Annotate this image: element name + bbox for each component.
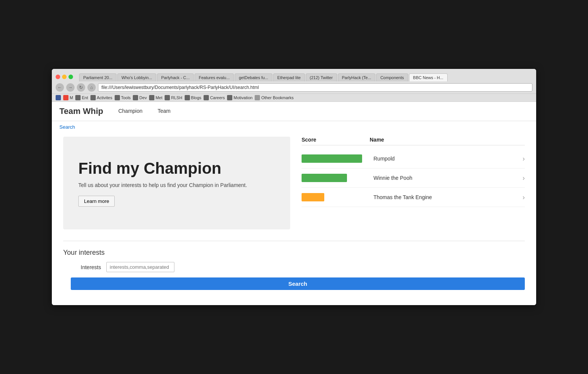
score-bar-container [302, 174, 370, 182]
bookmark-item[interactable]: Motivation [227, 95, 252, 100]
browser-tab[interactable]: Who's Lobbyin... [117, 73, 156, 81]
address-bar-row: ← → ↻ ⌂ file:///Users/lewiswestbury/Docu… [52, 81, 536, 94]
browser-tab[interactable]: Components [376, 73, 408, 81]
home-button[interactable]: ⌂ [87, 83, 96, 92]
bookmark-label: Met [156, 95, 162, 100]
tab-champion[interactable]: Champion [111, 103, 150, 120]
main-content: Find my Champion Tell us about your inte… [52, 133, 536, 305]
browser-tab[interactable]: ParlyHack (Te... [338, 73, 376, 81]
bookmark-item[interactable]: Other Bookmarks [255, 95, 294, 100]
bookmark-label: Other Bookmarks [261, 95, 294, 100]
bookmark-label: M [70, 95, 73, 100]
bookmark-label: Blogs [191, 95, 202, 100]
browser-window: Parliament 20... Who's Lobbyin... Parlyh… [52, 69, 536, 305]
bookmark-label: Ent [82, 95, 88, 100]
forward-button[interactable]: → [66, 83, 75, 92]
close-icon[interactable] [56, 75, 60, 79]
bookmark-label: Careers [210, 95, 225, 100]
browser-tab[interactable]: Features evalu... [194, 73, 234, 81]
interests-form-row: Interests [71, 262, 525, 272]
browser-tab[interactable]: Parlyhack - C... [157, 73, 194, 81]
app-content: Team Whip Champion Team Search Find my C… [52, 102, 536, 305]
address-input[interactable]: file:///Users/lewiswestbury/Documents/pa… [98, 83, 532, 92]
score-bar [302, 193, 324, 201]
bookmark-label: RLSH [171, 95, 182, 100]
interests-input[interactable] [106, 262, 174, 272]
bookmark-item[interactable]: Activites [90, 95, 112, 100]
back-button[interactable]: ← [56, 83, 64, 92]
score-column-header: Score [302, 137, 370, 143]
result-row[interactable]: Rumpold › [302, 149, 525, 168]
search-link[interactable]: Search [52, 121, 536, 133]
tabs-bar: Parliament 20... Who's Lobbyin... Parlyh… [75, 72, 451, 81]
name-column-header: Name [370, 137, 525, 143]
bookmark-item[interactable]: Careers [204, 95, 225, 100]
chevron-right-icon: › [523, 155, 525, 163]
interests-title: Your interests [63, 249, 525, 257]
browser-tab[interactable]: getDebates fu... [235, 73, 272, 81]
interests-section: Your interests Interests Search [63, 241, 525, 290]
browser-tab[interactable]: (212) Twitter [306, 73, 337, 81]
hero-subtitle: Tell us about your interests to help us … [78, 182, 275, 188]
score-bar-container [302, 154, 370, 163]
result-row[interactable]: Winnie the Pooh › [302, 168, 525, 188]
chevron-right-icon: › [523, 174, 525, 182]
minimize-icon[interactable] [62, 75, 67, 79]
results-header: Score Name [302, 137, 525, 145]
reload-button[interactable]: ↻ [77, 83, 85, 92]
bookmark-gmail[interactable]: M [63, 95, 73, 100]
app-nav: Team Whip Champion Team [52, 102, 536, 121]
bookmark-item[interactable]: Met [149, 95, 162, 100]
bookmark-label: Tools [121, 95, 131, 100]
chevron-right-icon: › [523, 193, 525, 201]
result-name: Rumpold [370, 156, 523, 162]
search-button[interactable]: Search [71, 277, 525, 290]
browser-tab[interactable]: Etherpad lite [273, 73, 305, 81]
interests-label: Interests [71, 264, 101, 270]
bookmark-item[interactable]: Dev [133, 95, 147, 100]
score-bar [302, 174, 347, 182]
browser-tab[interactable]: Parliament 20... [79, 73, 117, 81]
bookmarks-bar: M Ent Activites Tools Dev Met [52, 94, 536, 101]
bookmark-label: Activites [97, 95, 112, 100]
bookmark-item[interactable]: Blogs [185, 95, 202, 100]
learn-more-button[interactable]: Learn more [78, 196, 115, 207]
hero-box: Find my Champion Tell us about your inte… [63, 137, 290, 229]
results-section: Score Name Rumpold › Win [302, 137, 525, 229]
score-bar-container [302, 193, 370, 201]
tab-team[interactable]: Team [150, 103, 178, 120]
app-logo: Team Whip [59, 102, 111, 121]
bookmark-item[interactable]: Tools [115, 95, 131, 100]
bookmark-label: Motivation [233, 95, 252, 100]
interests-form: Interests Search [63, 262, 525, 290]
result-name: Thomas the Tank Engine [370, 194, 523, 200]
result-row[interactable]: Thomas the Tank Engine › [302, 188, 525, 207]
hero-section: Find my Champion Tell us about your inte… [63, 137, 525, 229]
title-bar: Parliament 20... Who's Lobbyin... Parlyh… [52, 69, 536, 81]
nav-tabs: Champion Team [111, 103, 178, 120]
result-name: Winnie the Pooh [370, 175, 523, 181]
bookmark-fb[interactable] [56, 95, 61, 100]
browser-tab-active[interactable]: BBC News - H... [409, 73, 448, 81]
maximize-icon[interactable] [68, 75, 73, 79]
score-bar [302, 154, 362, 163]
hero-title: Find my Champion [78, 159, 275, 178]
bookmark-item[interactable]: Ent [75, 95, 88, 100]
bookmark-label: Dev [139, 95, 147, 100]
traffic-lights [56, 75, 73, 79]
bookmark-item[interactable]: RLSH [165, 95, 182, 100]
browser-chrome: Parliament 20... Who's Lobbyin... Parlyh… [52, 69, 536, 102]
